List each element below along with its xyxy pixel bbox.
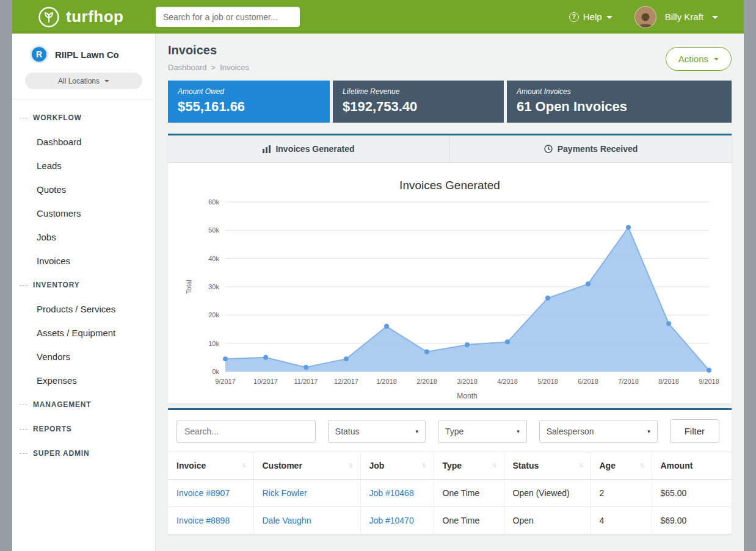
sidebar-item-invoices[interactable]: Invoices bbox=[12, 249, 155, 273]
customer-link[interactable]: Rick Fowler bbox=[263, 488, 307, 498]
chevron-down-icon[interactable] bbox=[712, 16, 718, 19]
svg-text:Month: Month bbox=[457, 392, 477, 400]
sidebar-item-assets-equipment[interactable]: Assets / Equipment bbox=[12, 321, 155, 345]
tab-invoices-generated[interactable]: Invoices Generated bbox=[168, 135, 449, 162]
svg-text:30k: 30k bbox=[208, 283, 219, 290]
svg-text:5/2018: 5/2018 bbox=[537, 378, 558, 385]
sidebar-section-inventory[interactable]: INVENTORY bbox=[12, 273, 155, 297]
top-navbar: turfhop Help Billy Kraft bbox=[12, 0, 744, 34]
sort-icon[interactable] bbox=[579, 461, 582, 468]
location-selector-label: All Locations bbox=[58, 77, 100, 85]
svg-text:8/2018: 8/2018 bbox=[658, 378, 679, 385]
sort-icon[interactable] bbox=[422, 461, 425, 468]
sidebar: R RIIPL Lawn Co All Locations WORKFLOW D… bbox=[12, 34, 156, 551]
turfhop-logo-icon bbox=[38, 6, 60, 28]
svg-text:60k: 60k bbox=[208, 198, 219, 206]
age-cell: 2 bbox=[591, 480, 652, 507]
amount-cell: $65.00 bbox=[652, 480, 732, 507]
sort-icon[interactable] bbox=[640, 461, 643, 468]
user-name[interactable]: Billy Kraft bbox=[665, 12, 703, 22]
svg-text:1/2018: 1/2018 bbox=[376, 378, 397, 385]
customer-link[interactable]: Dale Vaughn bbox=[263, 516, 311, 525]
svg-text:2/2018: 2/2018 bbox=[416, 378, 437, 385]
sidebar-item-expenses[interactable]: Expenses bbox=[12, 369, 155, 392]
sidebar-item-jobs[interactable]: Jobs bbox=[12, 225, 155, 249]
svg-text:4/2018: 4/2018 bbox=[497, 378, 518, 385]
column-header-age[interactable]: Age bbox=[591, 452, 652, 480]
svg-text:3/2018: 3/2018 bbox=[457, 378, 478, 385]
svg-text:6/2018: 6/2018 bbox=[578, 378, 598, 385]
salesperson-select[interactable]: Salesperson bbox=[539, 420, 658, 443]
svg-text:10k: 10k bbox=[208, 340, 219, 347]
table-search-input[interactable] bbox=[176, 420, 316, 443]
amount-cell: $69.00 bbox=[652, 507, 732, 535]
sort-icon[interactable] bbox=[492, 461, 495, 468]
column-header-status[interactable]: Status bbox=[504, 452, 591, 480]
svg-text:10/2017: 10/2017 bbox=[253, 378, 278, 385]
svg-text:12/2017: 12/2017 bbox=[334, 378, 358, 385]
type-cell: One Time bbox=[434, 480, 504, 507]
sidebar-section-super-admin[interactable]: SUPER ADMIN bbox=[12, 441, 155, 466]
svg-text:20k: 20k bbox=[208, 311, 219, 319]
main-content: Invoices Dashboard > Invoices Actions Am… bbox=[156, 34, 744, 551]
tab-payments-received[interactable]: Payments Received bbox=[449, 135, 732, 162]
company-badge-icon: R bbox=[31, 46, 48, 63]
filter-button[interactable]: Filter bbox=[670, 419, 719, 443]
sidebar-section-reports[interactable]: REPORTS bbox=[12, 417, 155, 441]
brand[interactable]: turfhop bbox=[12, 6, 156, 28]
user-avatar[interactable] bbox=[634, 6, 656, 28]
chevron-down-icon bbox=[415, 428, 418, 434]
svg-text:0k: 0k bbox=[212, 368, 219, 375]
tree-dash-icon bbox=[20, 453, 27, 454]
breadcrumb-dashboard[interactable]: Dashboard bbox=[168, 63, 207, 72]
invoices-table-panel: Status Type Salesperson Filter bbox=[168, 408, 732, 535]
status-cell: Open bbox=[504, 507, 591, 535]
svg-text:50k: 50k bbox=[208, 226, 219, 234]
stat-card-amount-owed: Amount Owed $55,161.66 bbox=[168, 81, 330, 123]
sidebar-item-products-services[interactable]: Products / Services bbox=[12, 297, 155, 321]
job-link[interactable]: Job #10468 bbox=[369, 488, 414, 498]
column-header-job[interactable]: Job bbox=[360, 452, 434, 480]
tree-dash-icon bbox=[20, 285, 27, 286]
clock-icon bbox=[544, 145, 553, 153]
column-header-amount[interactable]: Amount bbox=[652, 452, 732, 480]
sidebar-section-management[interactable]: MANAGEMENT bbox=[12, 392, 155, 417]
company-name: RIIPL Lawn Co bbox=[55, 49, 119, 60]
invoice-link[interactable]: Invoice #8898 bbox=[176, 516, 230, 525]
help-menu[interactable]: Help bbox=[569, 12, 612, 22]
sidebar-section-workflow[interactable]: WORKFLOW bbox=[12, 106, 155, 130]
brand-name: turfhop bbox=[66, 7, 123, 26]
stat-card-open-invoices: Amount Invoices 61 Open Invoices bbox=[507, 81, 732, 123]
column-header-invoice[interactable]: Invoice bbox=[168, 452, 253, 480]
sort-icon[interactable] bbox=[349, 461, 352, 468]
sidebar-nav: WORKFLOW Dashboard Leads Quotes Customer… bbox=[12, 99, 155, 466]
column-header-type[interactable]: Type bbox=[434, 452, 504, 480]
sidebar-item-dashboard[interactable]: Dashboard bbox=[12, 130, 155, 154]
sidebar-item-quotes[interactable]: Quotes bbox=[12, 178, 155, 201]
global-search-input[interactable] bbox=[156, 7, 300, 27]
type-cell: One Time bbox=[434, 507, 504, 535]
company-row: R RIIPL Lawn Co bbox=[12, 34, 155, 68]
sidebar-item-leads[interactable]: Leads bbox=[12, 154, 155, 178]
age-cell: 4 bbox=[591, 507, 652, 535]
actions-button[interactable]: Actions bbox=[666, 47, 732, 71]
sort-icon[interactable] bbox=[242, 461, 245, 468]
filter-bar: Status Type Salesperson Filter bbox=[168, 410, 732, 452]
sidebar-item-vendors[interactable]: Vendors bbox=[12, 345, 155, 369]
status-cell: Open (Viewed) bbox=[504, 480, 591, 507]
sidebar-item-customers[interactable]: Customers bbox=[12, 201, 155, 225]
table-row: Invoice #8898 Dale Vaughn Job #10470 One… bbox=[168, 507, 732, 535]
help-label: Help bbox=[583, 12, 602, 22]
status-select[interactable]: Status bbox=[328, 420, 426, 443]
app-window: turfhop Help Billy Kraft R RIIPL bbox=[12, 0, 744, 551]
chevron-down-icon bbox=[714, 58, 719, 60]
breadcrumb-current: Invoices bbox=[220, 63, 249, 72]
job-link[interactable]: Job #10470 bbox=[369, 516, 414, 525]
chart-title: Invoices Generated bbox=[183, 179, 717, 192]
column-header-customer[interactable]: Customer bbox=[253, 452, 360, 480]
location-selector[interactable]: All Locations bbox=[25, 73, 142, 89]
svg-text:9/2018: 9/2018 bbox=[699, 378, 719, 385]
chevron-down-icon bbox=[104, 80, 109, 82]
invoice-link[interactable]: Invoice #8907 bbox=[176, 488, 230, 498]
type-select[interactable]: Type bbox=[438, 420, 527, 443]
